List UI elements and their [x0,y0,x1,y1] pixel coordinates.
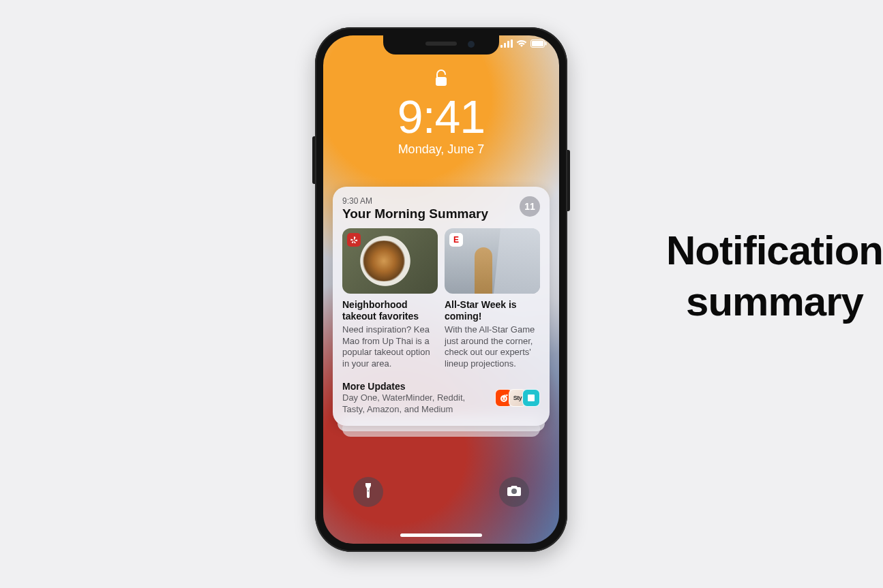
svg-point-14 [511,489,517,494]
status-bar [500,40,547,48]
lockscreen-time: 9:41 [323,93,559,141]
svg-rect-12 [528,394,535,401]
svg-rect-7 [436,77,447,86]
lockscreen-header: 9:41 Monday, June 7 [323,69,559,157]
summary-item-thumbnail: E [445,228,540,294]
caption-line-1: Notification [666,228,883,273]
summary-item-body: Need inspiration? Kea Mao from Up Thai i… [342,324,438,370]
svg-point-10 [505,398,506,399]
caption-line-2: summary [686,279,863,324]
battery-icon [530,40,547,48]
summary-item-body: With the All-Star Game just around the c… [445,324,540,370]
summary-items: Neighborhood takeout favorites Need insp… [342,228,540,370]
svg-rect-0 [500,45,503,48]
svg-rect-3 [511,40,513,48]
camera-icon [507,484,522,499]
app-badge-espn-icon: E [449,233,463,247]
summary-item-title: Neighborhood takeout favorites [342,299,438,322]
svg-rect-6 [545,42,547,46]
app-badge-yelp-icon [347,233,361,247]
lockscreen-quick-actions [323,477,559,507]
summary-timestamp: 9:30 AM [342,196,540,206]
summary-item[interactable]: E All-Star Week is coming! With the All-… [445,228,540,370]
svg-rect-2 [507,41,509,48]
iphone-screen: 9:41 Monday, June 7 9:30 AM Your Morning… [323,35,559,544]
iphone-device-frame: 9:41 Monday, June 7 9:30 AM Your Morning… [315,27,567,552]
flashlight-icon [363,483,373,501]
flashlight-button[interactable] [353,477,383,507]
summary-header: 9:30 AM Your Morning Summary 11 [342,196,540,221]
feature-caption: Notification summary [666,225,883,327]
svg-point-9 [502,398,503,399]
svg-rect-5 [532,41,543,46]
lock-icon [434,69,448,90]
signal-icon [500,40,513,48]
notification-summary-stack[interactable]: 9:30 AM Your Morning Summary 11 Neighbor… [333,187,550,426]
camera-button[interactable] [499,477,529,507]
more-updates-app-icons: Sty [495,389,540,407]
more-updates-apps: Day One, WaterMinder, Reddit, Tasty, Ama… [342,392,488,416]
svg-point-8 [500,395,507,402]
device-notch [383,35,499,55]
summary-title: Your Morning Summary [342,206,540,221]
svg-rect-13 [368,490,369,492]
notification-summary-card[interactable]: 9:30 AM Your Morning Summary 11 Neighbor… [333,187,550,426]
wifi-icon [516,40,527,48]
summary-count-badge: 11 [520,196,540,217]
summary-item[interactable]: Neighborhood takeout favorites Need insp… [342,228,438,370]
summary-item-title: All-Star Week is coming! [445,299,540,322]
lockscreen-date: Monday, June 7 [323,142,559,157]
more-updates-label: More Updates [342,381,488,392]
summary-item-thumbnail [342,228,438,294]
svg-rect-1 [504,43,506,48]
summary-more-updates[interactable]: More Updates Day One, WaterMinder, Reddi… [342,381,540,416]
home-indicator[interactable] [400,533,482,537]
medium-icon [522,389,540,407]
